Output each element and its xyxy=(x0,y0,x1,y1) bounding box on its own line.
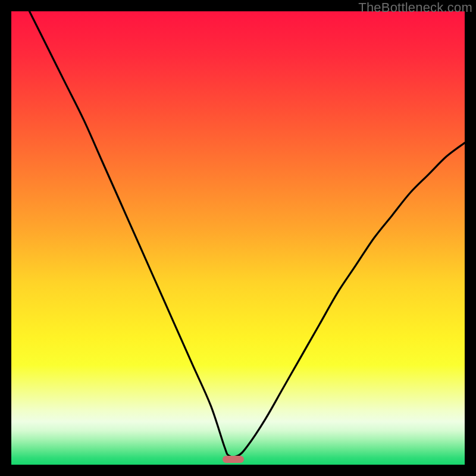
optimal-marker xyxy=(223,456,244,463)
plot-area xyxy=(11,11,465,465)
watermark-text: TheBottleneck.com xyxy=(358,0,472,15)
chart-stage: TheBottleneck.com xyxy=(0,0,476,476)
bottleneck-curve xyxy=(11,11,465,465)
